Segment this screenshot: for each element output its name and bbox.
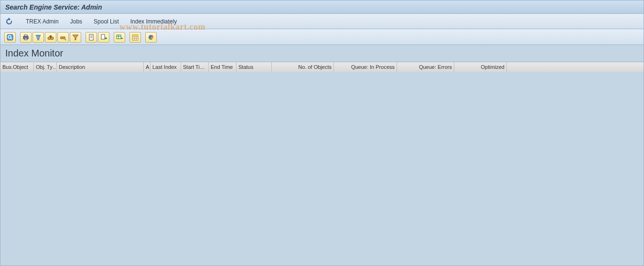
funnel-bars-icon	[35, 34, 42, 41]
col-last-index[interactable]: Last Index	[150, 62, 181, 72]
svg-point-13	[61, 37, 63, 39]
find-button[interactable]	[45, 32, 56, 43]
print-button[interactable]	[20, 32, 32, 43]
col-description[interactable]: Description	[57, 62, 144, 72]
svg-rect-8	[37, 38, 40, 39]
svg-rect-4	[24, 35, 27, 36]
col-bus-object[interactable]: Bus.Object	[0, 62, 34, 72]
mail-button[interactable]	[114, 32, 125, 43]
svg-rect-9	[37, 39, 39, 40]
chart-button[interactable]	[145, 32, 157, 43]
filter-values-button[interactable]	[32, 32, 44, 43]
document-icon	[88, 34, 95, 41]
grid-layout-icon	[132, 34, 139, 41]
col-obj-type[interactable]: Obj. Ty…	[34, 62, 57, 72]
set-filter-button[interactable]	[70, 32, 81, 43]
menu-jobs[interactable]: Jobs	[65, 16, 87, 27]
menu-index-immediately[interactable]: Index Immediately	[125, 16, 182, 27]
svg-rect-12	[50, 35, 52, 37]
menu-spool-list[interactable]: Spool List	[88, 16, 124, 27]
svg-rect-19	[101, 34, 105, 39]
pie-chart-icon	[148, 34, 154, 41]
menubar: TREX Admin Jobs Spool List Index Immedia…	[0, 14, 644, 29]
refresh-icon[interactable]	[3, 16, 15, 27]
col-status[interactable]: Status	[236, 62, 272, 72]
svg-point-14	[63, 37, 65, 39]
printer-icon	[22, 34, 29, 41]
col-queue-errors[interactable]: Queue: Errors	[397, 62, 454, 72]
details-button[interactable]	[4, 32, 16, 43]
toolbar-area	[0, 29, 644, 45]
window-titlebar: Search Engine Service: Admin	[0, 0, 644, 14]
content-area: Index Monitor Bus.Object Obj. Ty… Descri…	[0, 45, 644, 266]
col-end-time[interactable]: End Time	[209, 62, 236, 72]
window-title: Search Engine Service: Admin	[5, 3, 102, 11]
svg-rect-6	[36, 35, 41, 36]
find-next-button[interactable]	[57, 32, 69, 43]
svg-rect-15	[89, 34, 93, 40]
col-no-of-objects[interactable]: No. of Objects	[272, 62, 334, 72]
col-start-time[interactable]: Start Ti…	[181, 62, 209, 72]
content-title: Index Monitor	[0, 45, 644, 62]
col-queue-in-process[interactable]: Queue: In Process	[334, 62, 397, 72]
binoculars-next-icon	[60, 34, 66, 41]
col-a[interactable]: A	[144, 62, 150, 72]
document-arrow-icon	[100, 34, 107, 41]
binoculars-icon	[47, 34, 54, 41]
magnifier-doc-icon	[7, 34, 13, 41]
svg-rect-7	[36, 36, 40, 37]
col-optimized[interactable]: Optimized	[454, 62, 507, 72]
toolbar	[4, 32, 640, 43]
export-doc-button[interactable]	[86, 32, 97, 43]
svg-rect-5	[24, 38, 27, 40]
svg-rect-28	[132, 34, 138, 36]
layout-change-button[interactable]	[129, 32, 141, 43]
export-local-button[interactable]	[98, 32, 109, 43]
grid-header: Bus.Object Obj. Ty… Description A Last I…	[0, 62, 644, 72]
menu-trex-admin[interactable]: TREX Admin	[21, 16, 64, 27]
grid: Bus.Object Obj. Ty… Description A Last I…	[0, 62, 644, 266]
spreadsheet-arrow-icon	[116, 34, 123, 41]
funnel-icon	[72, 34, 79, 41]
